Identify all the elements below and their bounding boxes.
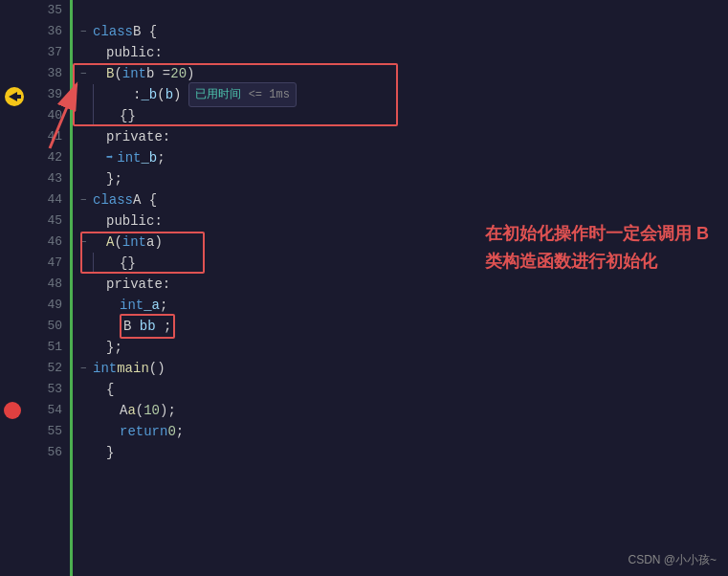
code-line-40: {} bbox=[80, 105, 728, 126]
code-line-41: private: bbox=[80, 126, 728, 147]
line-num-40: 40 bbox=[27, 105, 62, 126]
line-numbers: 35 36 37 38 39 40 41 42 43 44 45 46 47 4… bbox=[27, 0, 70, 576]
code-line-49: int _a ; bbox=[80, 295, 728, 316]
code-line-36: − class B { bbox=[80, 21, 728, 42]
line-num-54: 54 bbox=[27, 400, 62, 421]
code-line-42: ➡ int _b ; bbox=[80, 147, 728, 168]
editor: 35 36 37 38 39 40 41 42 43 44 45 46 47 4… bbox=[0, 0, 728, 576]
line-num-39: 39 bbox=[27, 84, 62, 105]
code-line-39: : _b ( b ) 已用时间 <= 1ms bbox=[80, 84, 728, 105]
member-arrow-icon: ➡ bbox=[106, 147, 113, 168]
line-num-37: 37 bbox=[27, 42, 62, 63]
line-num-42: 42 bbox=[27, 147, 62, 168]
code-line-43: }; bbox=[80, 168, 728, 189]
line-num-43: 43 bbox=[27, 168, 62, 189]
fold-icon-36[interactable]: − bbox=[80, 21, 93, 42]
line-num-51: 51 bbox=[27, 337, 62, 358]
line-num-46: 46 bbox=[27, 232, 62, 253]
code-line-52: − int main () bbox=[80, 358, 728, 379]
bb-highlight: B bb ; bbox=[120, 314, 175, 339]
fold-icon-46[interactable]: − bbox=[80, 232, 93, 253]
line-num-35: 35 bbox=[27, 0, 62, 21]
line-num-52: 52 bbox=[27, 358, 62, 379]
line-num-41: 41 bbox=[27, 126, 62, 147]
gutter bbox=[0, 0, 27, 576]
line-num-36: 36 bbox=[27, 21, 62, 42]
line-num-49: 49 bbox=[27, 295, 62, 316]
code-line-50: B bb ; bbox=[80, 316, 728, 337]
svg-rect-2 bbox=[16, 95, 21, 99]
breakpoint-icon bbox=[4, 402, 21, 419]
code-line-37: public: bbox=[80, 42, 728, 63]
line-num-38: 38 bbox=[27, 63, 62, 84]
line-num-44: 44 bbox=[27, 189, 62, 210]
code-line-44: − class A { bbox=[80, 189, 728, 210]
time-tooltip: 已用时间 <= 1ms bbox=[188, 82, 296, 107]
fold-icon-52[interactable]: − bbox=[80, 358, 93, 379]
line-num-53: 53 bbox=[27, 379, 62, 400]
line-num-47: 47 bbox=[27, 253, 62, 274]
code-line-38: − B ( int b = 20 ) bbox=[80, 63, 728, 84]
fold-icon-44[interactable]: − bbox=[80, 189, 93, 210]
line-num-48: 48 bbox=[27, 274, 62, 295]
watermark: CSDN @小小孩~ bbox=[628, 552, 717, 568]
annotation-text: 在初始化操作时一定会调用 B类构造函数进行初始化 bbox=[485, 220, 709, 276]
line-num-50: 50 bbox=[27, 316, 62, 337]
code-line-48: private: bbox=[80, 274, 728, 295]
code-line-56: } bbox=[80, 442, 728, 463]
code-line-55: return 0 ; bbox=[80, 421, 728, 442]
fold-icon-38[interactable]: − bbox=[80, 63, 93, 84]
code-line-35 bbox=[80, 0, 728, 21]
line-num-45: 45 bbox=[27, 210, 62, 232]
code-line-54: A a ( 10 ); bbox=[80, 400, 728, 421]
code-line-53: { bbox=[80, 379, 728, 400]
code-area: − class B { public: − B ( int b = 20 ) : bbox=[73, 0, 728, 576]
debug-arrow-icon bbox=[2, 86, 27, 107]
code-line-51: }; bbox=[80, 337, 728, 358]
line-num-56: 56 bbox=[27, 442, 62, 463]
line-num-55: 55 bbox=[27, 421, 62, 442]
